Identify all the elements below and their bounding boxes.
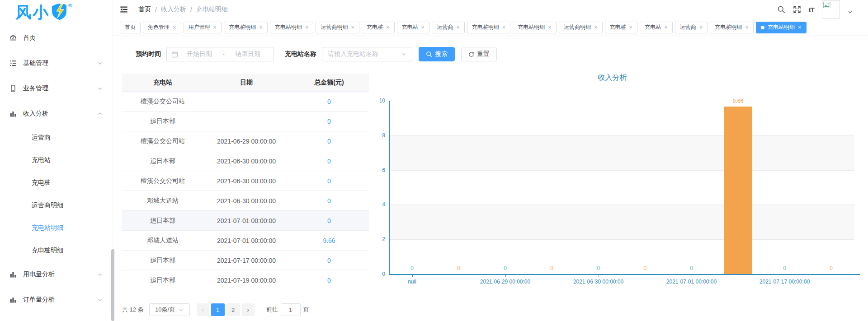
table-row[interactable]: 追日本部2021-07-19 00:00:000 bbox=[122, 270, 369, 290]
gridline bbox=[389, 135, 854, 136]
sidebar-item-charging-pile[interactable]: 充电桩 bbox=[0, 172, 113, 194]
cell-amount-link[interactable]: 0 bbox=[289, 177, 369, 185]
next-page-button[interactable]: › bbox=[242, 303, 255, 316]
fullscreen-icon[interactable] bbox=[793, 5, 801, 14]
prev-page-button[interactable]: ‹ bbox=[197, 303, 209, 316]
cell-amount-link[interactable]: 0 bbox=[289, 217, 369, 224]
close-icon[interactable]: × bbox=[173, 24, 176, 30]
close-icon[interactable]: × bbox=[502, 24, 506, 30]
end-date-placeholder[interactable]: 结束日期 bbox=[226, 50, 269, 58]
sidebar-item-basic-mgmt[interactable]: 基础管理 bbox=[0, 51, 113, 76]
tab-15[interactable]: 运营商× bbox=[675, 22, 708, 33]
page-size-select[interactable]: 10条/页 bbox=[149, 303, 190, 316]
sidebar-item-power-analysis[interactable]: 用电量分析 bbox=[0, 262, 113, 287]
avatar[interactable] bbox=[822, 0, 840, 19]
tab-10[interactable]: 充电桩明细× bbox=[467, 22, 511, 33]
sidebar-item-platform-mgmt[interactable]: 平台管理 bbox=[0, 312, 113, 321]
table-row[interactable]: 檀溪公交公司站2021-06-30 00:00:000 bbox=[122, 171, 369, 191]
close-icon[interactable]: × bbox=[213, 24, 217, 30]
sidebar-item-pile-detail[interactable]: 充电桩明细 bbox=[0, 239, 113, 262]
tab-16[interactable]: 充电桩明细× bbox=[710, 22, 754, 33]
start-date-placeholder[interactable]: 开始日期 bbox=[178, 50, 221, 58]
close-icon[interactable]: × bbox=[745, 24, 749, 30]
table-row[interactable]: 檀溪公交公司站0 bbox=[122, 92, 369, 112]
table-row[interactable]: 追日本部0 bbox=[122, 112, 369, 131]
table-row[interactable]: 追日本部2021-06-30 00:00:000 bbox=[122, 151, 369, 171]
close-icon[interactable]: × bbox=[259, 24, 263, 30]
tab-5[interactable]: 充电站明细× bbox=[270, 22, 314, 33]
station-name-select[interactable]: 请输入充电站名称 bbox=[322, 47, 412, 61]
page-button-2[interactable]: 2 bbox=[226, 303, 240, 316]
breadcrumb-item[interactable]: 收入分析 bbox=[161, 5, 186, 14]
reset-button[interactable]: 重置 bbox=[461, 47, 497, 61]
sidebar-item-label: 充电站明细 bbox=[32, 224, 63, 232]
tab-4[interactable]: 充电桩明细× bbox=[224, 22, 268, 33]
cell-station: 追日本部 bbox=[122, 276, 203, 284]
tab-9[interactable]: 运营商× bbox=[432, 22, 465, 33]
cell-amount-link[interactable]: 0 bbox=[289, 98, 369, 105]
y-axis-label: 4 bbox=[373, 201, 385, 208]
breadcrumb-item[interactable]: 充电站明细 bbox=[196, 5, 228, 14]
cell-amount-link[interactable]: 0 bbox=[289, 138, 369, 145]
chevron-down-icon[interactable] bbox=[848, 9, 853, 14]
table-row[interactable]: 邓城大道站2021-07-01 00:00:009.66 bbox=[122, 231, 369, 251]
active-tab-dot-icon bbox=[761, 26, 764, 29]
sidebar-scrollbar-thumb[interactable] bbox=[111, 249, 114, 321]
tab-7[interactable]: 充电桩× bbox=[362, 22, 395, 33]
sidebar-item-station-detail[interactable]: 充电站明细 bbox=[0, 217, 113, 239]
cell-station: 邓城大道站 bbox=[122, 197, 203, 205]
tab-14[interactable]: 充电站× bbox=[640, 22, 673, 33]
table-row[interactable]: 邓城大道站2021-06-30 00:00:000 bbox=[122, 191, 369, 211]
cell-station: 檀溪公交公司站 bbox=[122, 177, 203, 185]
breadcrumb-item[interactable]: 首页 bbox=[138, 5, 151, 14]
date-range-input[interactable]: 开始日期 - 结束日期 bbox=[166, 47, 274, 61]
bar-value-label: 0 bbox=[580, 265, 617, 271]
font-size-icon[interactable]: tT bbox=[809, 6, 814, 14]
close-icon[interactable]: × bbox=[798, 24, 802, 30]
tab-1[interactable]: 首页 bbox=[120, 22, 141, 33]
close-icon[interactable]: × bbox=[548, 24, 552, 30]
close-icon[interactable]: × bbox=[629, 24, 633, 30]
app-logo[interactable]: 风小 ® bbox=[0, 0, 113, 25]
close-icon[interactable]: × bbox=[594, 24, 598, 30]
tab-17[interactable]: 充电站明细× bbox=[756, 22, 807, 33]
table-row[interactable]: 追日本部2021-07-01 00:00:000 bbox=[122, 211, 369, 231]
tab-8[interactable]: 充电站× bbox=[397, 22, 430, 33]
sidebar-item-order-analysis[interactable]: 订单量分析 bbox=[0, 287, 113, 312]
sidebar-item-operator-detail[interactable]: 运营商明细 bbox=[0, 194, 113, 217]
breadcrumb-separator: / bbox=[155, 6, 157, 13]
sidebar-item-business-mgmt[interactable]: 业务管理 bbox=[0, 76, 113, 101]
tab-6[interactable]: 运营商明细× bbox=[316, 22, 359, 33]
goto-page-input[interactable]: 1 bbox=[281, 303, 301, 316]
close-icon[interactable]: × bbox=[351, 24, 354, 30]
cell-amount-link[interactable]: 0 bbox=[289, 277, 369, 284]
mobile-icon bbox=[9, 84, 17, 93]
cell-amount-link[interactable]: 0 bbox=[289, 197, 369, 205]
search-icon[interactable] bbox=[777, 5, 785, 14]
search-button[interactable]: 搜索 bbox=[419, 47, 455, 61]
sidebar-item-income-analysis[interactable]: 收入分析 bbox=[0, 101, 113, 126]
close-icon[interactable]: × bbox=[421, 24, 425, 30]
cell-amount-link[interactable]: 0 bbox=[289, 158, 369, 165]
close-icon[interactable]: × bbox=[305, 24, 309, 30]
close-icon[interactable]: × bbox=[664, 24, 668, 30]
table-row[interactable]: 追日本部2021-07-17 00:00:000 bbox=[122, 251, 369, 270]
sidebar-item-operator[interactable]: 运营商 bbox=[0, 126, 113, 149]
cell-amount-link[interactable]: 9.66 bbox=[289, 237, 369, 244]
tab-12[interactable]: 运营商明细× bbox=[559, 22, 603, 33]
table-row[interactable]: 檀溪公交公司站2021-06-29 00:00:000 bbox=[122, 131, 369, 151]
sidebar-item-charging-station[interactable]: 充电站 bbox=[0, 149, 113, 172]
page-button-1[interactable]: 1 bbox=[211, 303, 225, 316]
cell-amount-link[interactable]: 0 bbox=[289, 118, 369, 125]
tab-2[interactable]: 角色管理× bbox=[143, 22, 181, 33]
bar[interactable] bbox=[724, 107, 752, 274]
close-icon[interactable]: × bbox=[456, 24, 460, 30]
tab-3[interactable]: 用户管理× bbox=[184, 22, 222, 33]
sidebar-item-home[interactable]: 首页 bbox=[0, 25, 113, 51]
sidebar-collapse-button[interactable] bbox=[119, 5, 128, 14]
close-icon[interactable]: × bbox=[699, 24, 703, 30]
tab-13[interactable]: 充电桩× bbox=[605, 22, 638, 33]
cell-amount-link[interactable]: 0 bbox=[289, 257, 369, 264]
close-icon[interactable]: × bbox=[386, 24, 390, 30]
tab-11[interactable]: 充电站明细× bbox=[513, 22, 557, 33]
